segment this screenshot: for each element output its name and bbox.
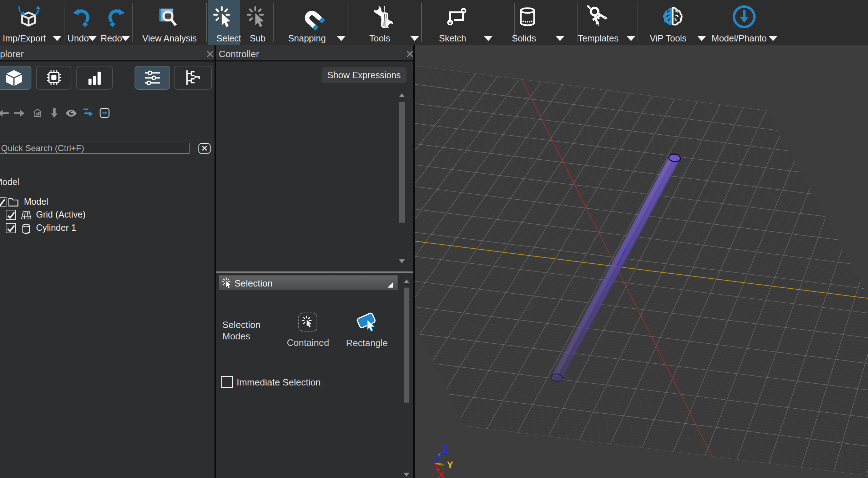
svg-text:X: X (438, 470, 444, 478)
svg-text:Z: Z (442, 444, 448, 455)
svg-text:Y: Y (447, 460, 453, 470)
